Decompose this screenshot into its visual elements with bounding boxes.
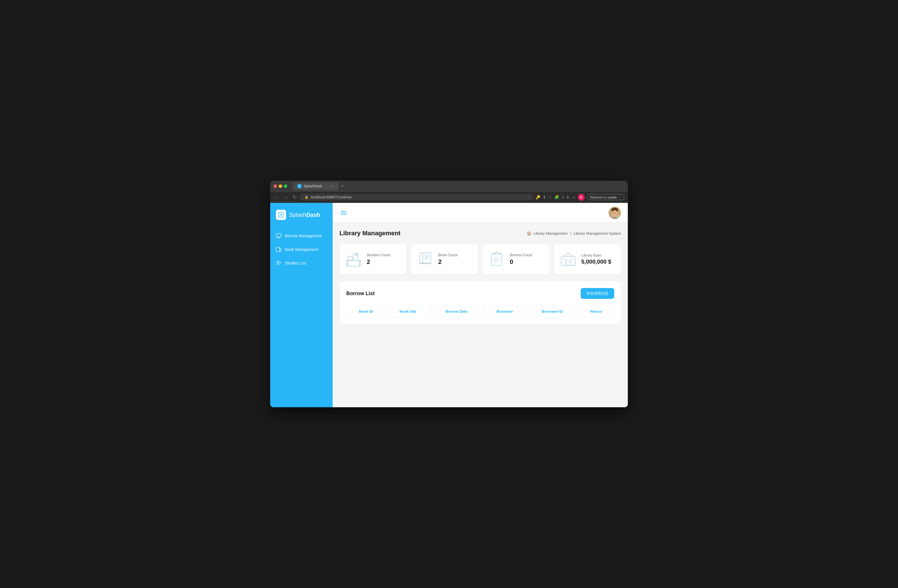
library-earn-icon [560, 250, 577, 268]
col-borrow-date: Borrow Date [430, 306, 483, 317]
traffic-lights [274, 184, 287, 188]
forward-button[interactable]: → [283, 194, 289, 200]
svg-rect-32 [566, 261, 570, 266]
back-button[interactable]: ← [274, 194, 280, 200]
lock-icon: 🔒 [304, 195, 309, 199]
browser-titlebar: S SplashDash × + [270, 181, 628, 192]
minimize-window-button[interactable] [279, 184, 282, 188]
content-area: Library Management 🏠 Library Management … [333, 223, 628, 407]
address-bar[interactable]: 🔒 localhost:8080/?continue [300, 194, 533, 200]
hamburger-line-2 [341, 213, 347, 213]
app-container: SplashDash Borrow Management [270, 203, 628, 407]
breadcrumb-home-text: Library Management [534, 231, 567, 236]
svg-point-25 [495, 252, 498, 254]
extensions-icon: 🧩 [554, 195, 559, 200]
online-indicator [618, 216, 620, 218]
browser-user-avatar[interactable]: E [578, 194, 585, 201]
library-earn-value: 5,000,000 $ [581, 258, 611, 265]
stat-cards: Student Count 2 [340, 244, 621, 275]
user-avatar[interactable] [609, 207, 621, 219]
svg-point-5 [277, 261, 279, 263]
logo-text: SplashDash [289, 212, 320, 218]
library-earn-label: Library Earn [581, 253, 611, 257]
svg-point-10 [612, 210, 618, 216]
maximize-window-button[interactable] [284, 184, 287, 188]
main-content: Library Management 🏠 Library Management … [333, 203, 628, 407]
breadcrumb: 🏠 Library Management || Library Manageme… [527, 231, 621, 236]
col-book-title: Book title [386, 306, 430, 317]
borrow-table: Book ID Book title Borrow Date Borrower … [346, 306, 614, 317]
library-earn-info: Library Earn 5,000,000 $ [581, 253, 611, 265]
borrow-count-icon [488, 250, 505, 268]
logo-dash: Dash [306, 212, 320, 218]
svg-point-18 [356, 254, 357, 256]
sidebar-item-student-list[interactable]: Student List [270, 257, 333, 269]
borrow-count-label: Borrow Count [510, 253, 532, 257]
borrow-management-label: Borrow Management [285, 233, 322, 238]
hamburger-line-1 [341, 211, 346, 212]
browser-tab-splashdash[interactable]: S SplashDash × [293, 182, 338, 190]
hamburger-button[interactable] [340, 210, 348, 216]
breadcrumb-current: Library Management System [574, 231, 621, 236]
table-header-row: Book ID Book title Borrow Date Borrower … [346, 306, 614, 317]
bookmark-icon: ☆ [548, 195, 552, 200]
sidebar-item-book-management[interactable]: Book Management [270, 243, 333, 256]
breadcrumb-separator: || [570, 231, 572, 236]
svg-rect-1 [277, 234, 281, 237]
book-management-label: Book Management [285, 247, 318, 252]
svg-point-11 [614, 212, 614, 213]
add-borrow-button[interactable]: 添加借阅信息 [581, 288, 614, 299]
key-icon: 🔑 [535, 195, 540, 200]
relaunch-label: Relaunch to update [590, 195, 617, 199]
new-tab-button[interactable]: + [340, 183, 345, 189]
logo-icon [276, 210, 286, 220]
sidebar-item-borrow-management[interactable]: Borrow Management [270, 230, 333, 242]
svg-point-12 [616, 212, 617, 213]
col-borrower-id: Borrower ID [526, 306, 578, 317]
col-book-id: Book ID [346, 306, 386, 317]
student-count-info: Student Count 2 [367, 253, 390, 266]
stat-card-borrow-count: Borrow Count 0 [483, 244, 549, 275]
student-count-label: Student Count [367, 253, 390, 257]
svg-rect-4 [276, 247, 280, 252]
tab-title: SplashDash [304, 184, 322, 188]
reload-button[interactable]: ↻ [292, 194, 298, 200]
tab-bar: S SplashDash × + [293, 182, 624, 190]
tab-close-button[interactable]: × [332, 184, 334, 189]
close-window-button[interactable] [274, 184, 277, 188]
address-text: localhost:8080/?continue [311, 195, 352, 199]
relaunch-menu-icon: ⋮ [618, 195, 621, 199]
svg-rect-13 [346, 261, 361, 266]
sidebar-nav: Borrow Management Book Management [270, 227, 333, 272]
sidebar-logo: SplashDash [270, 203, 333, 227]
section-header: Borrow List 添加借阅信息 [346, 288, 614, 299]
hamburger-line-3 [341, 214, 347, 215]
borrow-section: Borrow List 添加借阅信息 Book ID Book title Bo… [340, 281, 621, 324]
breadcrumb-home-icon: 🏠 [527, 231, 531, 236]
book-count-icon [417, 250, 434, 268]
borrow-count-value: 0 [510, 258, 532, 266]
menu-icon: ≡ [561, 195, 564, 200]
borrow-list-title: Borrow List [346, 290, 375, 296]
stat-card-student-count: Student Count 2 [340, 244, 406, 275]
book-count-info: Book Count 2 [438, 253, 458, 266]
browser-window: S SplashDash × + ← → ↻ 🔒 localhost:8080/… [270, 181, 628, 407]
book-count-value: 2 [438, 258, 458, 266]
svg-rect-31 [561, 256, 575, 266]
student-count-icon [345, 250, 362, 268]
stat-card-library-earn: Library Earn 5,000,000 $ [554, 244, 621, 275]
svg-rect-24 [492, 254, 502, 266]
svg-rect-20 [423, 253, 431, 263]
relaunch-button[interactable]: Relaunch to update ⋮ [587, 194, 624, 200]
page-title: Library Management [340, 230, 400, 237]
split-icon: ▭ [572, 195, 575, 200]
toolbar-actions: 🔑 ⬆ ☆ 🧩 ≡ ⬇ ▭ E Relaunch to update ⋮ [535, 194, 624, 201]
borrow-count-info: Borrow Count 0 [510, 253, 532, 266]
col-return: Return [578, 306, 614, 317]
share-icon: ⬆ [543, 195, 546, 200]
book-count-label: Book Count [438, 253, 458, 257]
top-header [333, 203, 628, 223]
tab-favicon: S [297, 184, 301, 188]
student-list-label: Student List [285, 261, 306, 266]
stat-card-book-count: Book Count 2 [411, 244, 478, 275]
